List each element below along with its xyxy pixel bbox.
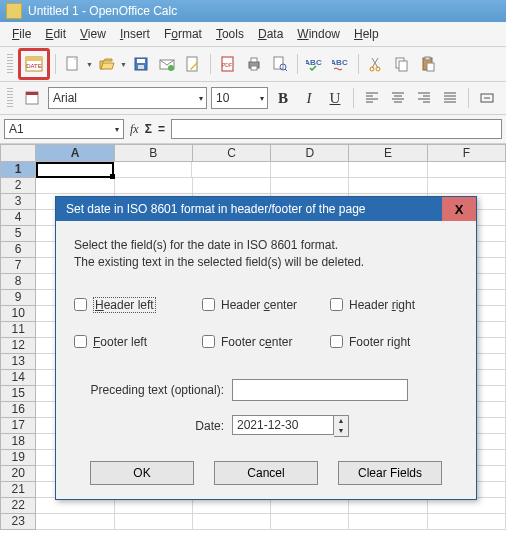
align-justify-button[interactable] bbox=[439, 87, 461, 109]
copy-button[interactable] bbox=[390, 52, 414, 76]
cell-reference-box[interactable]: A1 ▾ bbox=[4, 119, 124, 139]
cell[interactable] bbox=[349, 162, 427, 178]
cell[interactable] bbox=[114, 162, 192, 178]
menu-format[interactable]: Format bbox=[158, 25, 208, 43]
row-header[interactable]: 16 bbox=[0, 402, 36, 418]
cell[interactable] bbox=[349, 498, 427, 514]
toolbar-grip[interactable] bbox=[7, 88, 13, 108]
checkbox-header-center[interactable]: Header center bbox=[202, 297, 330, 313]
iso-date-button[interactable]: DATE bbox=[22, 52, 46, 76]
menu-file[interactable]: File bbox=[6, 25, 37, 43]
column-header[interactable]: F bbox=[428, 144, 506, 162]
merge-cells-button[interactable] bbox=[476, 87, 498, 109]
ok-button[interactable]: OK bbox=[90, 461, 194, 485]
row-header[interactable]: 4 bbox=[0, 210, 36, 226]
email-button[interactable] bbox=[155, 52, 179, 76]
preceding-text-input[interactable] bbox=[232, 379, 408, 401]
menu-window[interactable]: Window bbox=[291, 25, 346, 43]
open-button[interactable] bbox=[95, 52, 119, 76]
export-pdf-button[interactable]: PDF bbox=[216, 52, 240, 76]
cut-button[interactable] bbox=[364, 52, 388, 76]
row-header[interactable]: 15 bbox=[0, 386, 36, 402]
column-header[interactable]: E bbox=[349, 144, 427, 162]
cell[interactable] bbox=[428, 162, 506, 178]
edit-button[interactable] bbox=[181, 52, 205, 76]
align-left-button[interactable] bbox=[361, 87, 383, 109]
date-spinner[interactable]: ▲▼ bbox=[334, 415, 349, 437]
align-center-button[interactable] bbox=[387, 87, 409, 109]
paste-button[interactable] bbox=[416, 52, 440, 76]
font-name-combo[interactable]: Arial ▾ bbox=[48, 87, 207, 109]
row-header[interactable]: 2 bbox=[0, 178, 36, 194]
dialog-close-button[interactable]: X bbox=[442, 197, 476, 221]
row-header[interactable]: 17 bbox=[0, 418, 36, 434]
row-header[interactable]: 12 bbox=[0, 338, 36, 354]
row-header[interactable]: 1 bbox=[0, 162, 36, 178]
row-header[interactable]: 14 bbox=[0, 370, 36, 386]
cell[interactable] bbox=[428, 514, 506, 530]
checkbox-footer-right[interactable]: Footer right bbox=[330, 335, 458, 349]
cell[interactable] bbox=[349, 514, 427, 530]
formula-input[interactable] bbox=[171, 119, 502, 139]
toolbar-grip[interactable] bbox=[7, 54, 13, 74]
new-dropdown[interactable]: ▼ bbox=[86, 61, 93, 68]
row-header[interactable]: 13 bbox=[0, 354, 36, 370]
styles-button[interactable] bbox=[20, 86, 44, 110]
cell[interactable] bbox=[36, 514, 114, 530]
checkbox-input[interactable] bbox=[330, 335, 343, 348]
align-right-button[interactable] bbox=[413, 87, 435, 109]
cell[interactable] bbox=[115, 514, 193, 530]
cell[interactable] bbox=[193, 498, 271, 514]
row-header[interactable]: 18 bbox=[0, 434, 36, 450]
cell[interactable] bbox=[428, 498, 506, 514]
cell[interactable] bbox=[36, 162, 114, 178]
cell[interactable] bbox=[36, 498, 114, 514]
checkbox-input[interactable] bbox=[330, 298, 343, 311]
menu-data[interactable]: Data bbox=[252, 25, 289, 43]
font-size-combo[interactable]: 10 ▾ bbox=[211, 87, 268, 109]
print-preview-button[interactable] bbox=[268, 52, 292, 76]
row-header[interactable]: 11 bbox=[0, 322, 36, 338]
bold-button[interactable]: B bbox=[272, 87, 294, 109]
row-header[interactable]: 20 bbox=[0, 466, 36, 482]
open-dropdown[interactable]: ▼ bbox=[120, 61, 127, 68]
new-doc-button[interactable] bbox=[61, 52, 85, 76]
equals-button[interactable]: = bbox=[158, 122, 165, 136]
column-header[interactable]: C bbox=[193, 144, 271, 162]
row-header[interactable]: 6 bbox=[0, 242, 36, 258]
row-header[interactable]: 3 bbox=[0, 194, 36, 210]
cell[interactable] bbox=[193, 514, 271, 530]
row-header[interactable]: 10 bbox=[0, 306, 36, 322]
spellcheck-button[interactable]: ABC bbox=[303, 52, 327, 76]
row-header[interactable]: 22 bbox=[0, 498, 36, 514]
spin-up-icon[interactable]: ▲ bbox=[334, 416, 348, 426]
spin-down-icon[interactable]: ▼ bbox=[334, 426, 348, 436]
menu-view[interactable]: View bbox=[74, 25, 112, 43]
cell[interactable] bbox=[271, 514, 349, 530]
row-header[interactable]: 8 bbox=[0, 274, 36, 290]
checkbox-input[interactable] bbox=[74, 298, 87, 311]
cell[interactable] bbox=[271, 498, 349, 514]
select-all-corner[interactable] bbox=[0, 144, 36, 162]
cell[interactable] bbox=[428, 178, 506, 194]
cell[interactable] bbox=[36, 178, 114, 194]
row-header[interactable]: 5 bbox=[0, 226, 36, 242]
cell[interactable] bbox=[115, 178, 193, 194]
menu-tools[interactable]: Tools bbox=[210, 25, 250, 43]
cancel-button[interactable]: Cancel bbox=[214, 461, 318, 485]
cell[interactable] bbox=[193, 178, 271, 194]
function-wizard-button[interactable]: fx bbox=[130, 122, 139, 137]
column-header[interactable]: B bbox=[115, 144, 193, 162]
checkbox-input[interactable] bbox=[202, 298, 215, 311]
row-header[interactable]: 7 bbox=[0, 258, 36, 274]
row-header[interactable]: 21 bbox=[0, 482, 36, 498]
print-button[interactable] bbox=[242, 52, 266, 76]
column-header[interactable]: A bbox=[36, 144, 114, 162]
row-header[interactable]: 9 bbox=[0, 290, 36, 306]
cell[interactable] bbox=[271, 162, 349, 178]
column-header[interactable]: D bbox=[271, 144, 349, 162]
checkbox-footer-left[interactable]: Footer left bbox=[74, 335, 202, 349]
checkbox-input[interactable] bbox=[202, 335, 215, 348]
underline-button[interactable]: U bbox=[324, 87, 346, 109]
cell[interactable] bbox=[192, 162, 270, 178]
